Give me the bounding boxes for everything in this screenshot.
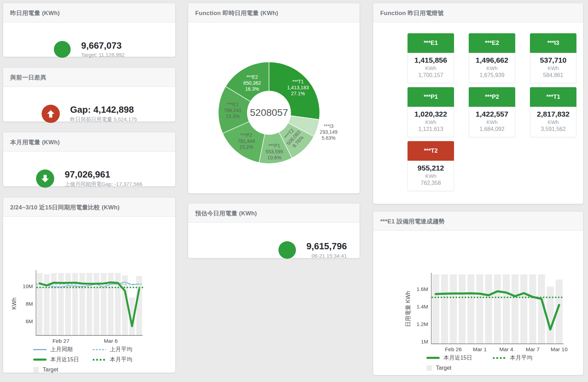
light-tile-value: 1,422,557 <box>470 110 513 118</box>
y-tick-label: 6M <box>26 318 33 324</box>
x-tick-label: Feb 26 <box>445 346 462 352</box>
light-tiles-grid: ***E11,415,856KWh1,700,157***E21,496,662… <box>408 33 576 191</box>
legend-box-swatch <box>33 367 39 373</box>
light-tile-name: ***E2 <box>469 33 515 53</box>
light-tile-name: ***E1 <box>408 33 454 53</box>
light-tile-name: ***T1 <box>530 87 576 107</box>
target-bar <box>94 273 99 335</box>
status-circle-icon <box>278 241 296 259</box>
svg-text:1,413,183: 1,413,183 <box>287 85 309 90</box>
stat-value: 97,026,961 <box>65 169 142 180</box>
donut-center-total: 5208057 <box>250 107 288 118</box>
y-tick-label: 1.6M <box>417 286 428 292</box>
svg-text:15.2%: 15.2% <box>239 144 253 150</box>
svg-text:10.6%: 10.6% <box>267 155 281 160</box>
card-month-usage: 本月用電量 (KWh) 97,026,961 上個月同期用電Gap: -17,3… <box>3 132 176 187</box>
light-tile: ***E21,496,662KWh1,675,939 <box>469 33 515 83</box>
legend-box-swatch <box>426 365 432 371</box>
legend-dots-swatch <box>493 357 506 359</box>
card-title: 昨日用電量 (KWh) <box>3 3 175 22</box>
realtime-donut-chart: ***T11,413,18327.1%***I3293,1495.63%***T… <box>188 22 360 193</box>
stat-sub: 06-21 15:34:41 <box>306 253 347 259</box>
stat-value: Gap: 4,142,898 <box>70 105 137 115</box>
light-tile-body: 1,422,557KWh1,684,092 <box>469 107 515 137</box>
stat-value: 9,667,073 <box>81 41 125 51</box>
svg-text:***P1: ***P1 <box>268 143 280 148</box>
chart-legend: 本月近15日本月平均Target <box>426 354 545 372</box>
light-tile-value: 2,817,832 <box>532 110 575 118</box>
legend-label: 上月同期 <box>50 346 73 353</box>
legend-thick-swatch <box>426 357 440 359</box>
light-tile-unit: KWh <box>409 173 452 179</box>
donut-svg: ***T11,413,18327.1%***I3293,1495.63%***T… <box>188 22 360 194</box>
y-axis-title: 日用電量 KWh <box>405 291 411 327</box>
light-tile-unit: KWh <box>470 119 513 125</box>
card-title: 預估今日用電量 (KWh) <box>188 203 360 223</box>
light-tile-body: 1,020,322KWh1,121,613 <box>408 107 454 137</box>
legend-dash-swatch <box>93 349 106 350</box>
y-tick-label: 8M <box>26 301 33 307</box>
svg-text:293,149: 293,149 <box>320 129 338 135</box>
arrow-down-icon <box>36 169 54 188</box>
svg-text:***I3: ***I3 <box>324 123 333 129</box>
card-title: Function 即時日用電量 (KWh) <box>188 3 360 22</box>
svg-text:553,595: 553,595 <box>265 149 283 154</box>
target-bar <box>44 274 49 335</box>
target-bar <box>511 275 518 344</box>
stat-sub: 上個月同期用電Gap: -17,377,566 <box>65 181 142 188</box>
light-tile-target: 3,591,562 <box>532 126 575 132</box>
light-tile-body: 1,415,856KWh1,700,157 <box>408 53 454 83</box>
legend-label: Target <box>436 365 451 371</box>
light-tile: ***P11,020,322KWh1,121,613 <box>408 87 454 137</box>
legend-thick-swatch <box>33 359 47 361</box>
x-tick-label: Feb 27 <box>52 338 69 344</box>
x-tick-label: Mar 1 <box>473 346 487 352</box>
light-tile-name: ***P2 <box>469 87 515 107</box>
compare15-chart: 6M8M10MFeb 27Mar 6KWh上月同期上月平均本月近15日本月平均T… <box>3 217 175 373</box>
legend-item: 本月近15日 <box>426 354 493 362</box>
light-tile-body: 955,212KWh762,358 <box>408 161 454 191</box>
target-bar <box>459 275 466 344</box>
light-tile-target: 1,675,939 <box>470 72 513 78</box>
card-title: ***E1 設備用電達成趨勢 <box>373 211 583 231</box>
y-tick-label: 10M <box>23 283 33 289</box>
y-tick-label: 1M <box>421 339 428 345</box>
e1-trend-chart: 1M1.2M1.4M1.6MFeb 26Mar 1Mar 4Mar 7Mar 1… <box>373 231 583 375</box>
light-tile-body: 537,710KWh584,861 <box>530 53 576 83</box>
light-tile-body: 1,496,662KWh1,675,939 <box>469 53 515 83</box>
light-tile: ***I3537,710KWh584,861 <box>530 33 576 83</box>
target-bar <box>494 275 501 344</box>
light-tile: ***P21,422,557KWh1,684,092 <box>469 87 515 137</box>
legend-label: Target <box>43 367 58 373</box>
legend-dots-swatch <box>93 359 106 361</box>
card-diff-prev-day: 與前一日差異 Gap: 4,142,898 昨日與前日用電量 5,524,175 <box>3 67 176 122</box>
light-tile: ***T2955,212KWh762,358 <box>408 141 454 191</box>
stat-sub: 昨日與前日用電量 5,524,175 <box>70 116 137 123</box>
target-bar <box>547 287 554 344</box>
light-tile-name: ***P1 <box>408 87 454 107</box>
light-tile: ***E11,415,856KWh1,700,157 <box>408 33 454 83</box>
svg-text:5.63%: 5.63% <box>322 135 336 141</box>
target-bar <box>136 276 142 335</box>
legend-item: Target <box>426 364 493 372</box>
light-tile-value: 955,212 <box>409 164 452 172</box>
svg-text:27.1%: 27.1% <box>291 91 305 96</box>
svg-text:791,444: 791,444 <box>238 138 255 144</box>
stat-sub: Target: 11,128,992 <box>81 52 125 58</box>
y-axis-title: KWh <box>11 298 17 310</box>
legend-item: 上月同期 <box>33 346 93 353</box>
legend-item: 本月近15日 <box>33 356 93 363</box>
light-tile-target: 584,861 <box>532 72 575 78</box>
light-tile-unit: KWh <box>532 65 575 71</box>
stat-value: 9,615,796 <box>306 241 347 252</box>
legend-label: 本月平均 <box>110 356 132 363</box>
x-tick-label: Mar 6 <box>104 338 118 344</box>
card-compare15-chart: 2/24~3/10 近15日同期用電量比較 (KWh) 6M8M10MFeb 2… <box>3 197 176 373</box>
card-title: 與前一日差異 <box>3 68 175 87</box>
card-lights: Function 昨日用電燈號 ***E11,415,856KWh1,700,1… <box>373 3 583 204</box>
svg-text:***E2: ***E2 <box>246 74 258 80</box>
light-tile: ***T12,817,832KWh3,591,562 <box>530 87 576 137</box>
chart-legend: 上月同期上月平均本月近15日本月平均Target <box>33 346 152 374</box>
light-tile-name: ***I3 <box>530 33 576 53</box>
legend-label: 本月近15日 <box>444 354 472 362</box>
